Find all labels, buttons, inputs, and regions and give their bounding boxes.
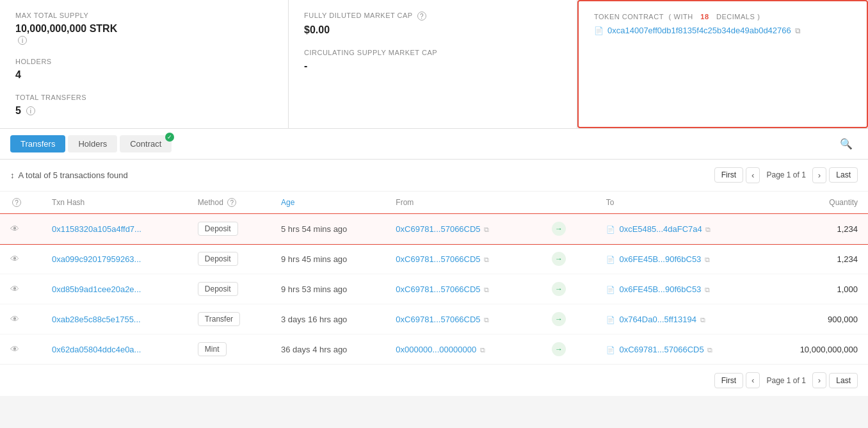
prev-page-btn-top[interactable]: ‹ bbox=[746, 167, 760, 183]
to-cell: 📄 0x764Da0...5ff13194 ⧉ bbox=[596, 304, 764, 334]
col-method: Method ? bbox=[188, 192, 271, 214]
transfers-info-icon[interactable]: i bbox=[26, 106, 35, 115]
eye-cell: 👁 bbox=[0, 244, 42, 274]
top-stats: MAX TOTAL SUPPLY 10,000,000,000 STRK i H… bbox=[0, 0, 868, 129]
copy-from-icon[interactable]: ⧉ bbox=[484, 286, 489, 293]
verified-badge: ✓ bbox=[165, 133, 174, 142]
from-cell: 0xC69781...57066CD5 ⧉ bbox=[385, 274, 536, 304]
fully-diluted-info-icon[interactable]: ? bbox=[417, 12, 426, 21]
eye-icon[interactable]: 👁 bbox=[10, 284, 19, 294]
txhash-cell: 0x62da05804ddc4e0a... bbox=[42, 334, 188, 365]
to-link[interactable]: 0xcE5485...4daFC7a4 bbox=[619, 224, 702, 234]
col-to: To bbox=[596, 192, 764, 214]
arrow-icon: → bbox=[552, 282, 566, 296]
col-quantity: Quantity bbox=[764, 192, 868, 214]
eye-icon[interactable]: 👁 bbox=[10, 314, 19, 324]
from-link[interactable]: 0x000000...00000000 bbox=[396, 345, 476, 354]
tab-transfers[interactable]: Transfers bbox=[10, 135, 65, 152]
to-link[interactable]: 0x6FE45B...90f6bC53 bbox=[619, 254, 701, 264]
from-link[interactable]: 0xC69781...57066CD5 bbox=[396, 224, 480, 234]
age-text: 9 hrs 53 mins ago bbox=[281, 284, 347, 294]
method-badge: Transfer bbox=[198, 312, 240, 326]
from-link[interactable]: 0xC69781...57066CD5 bbox=[396, 315, 480, 324]
method-info-icon[interactable]: ? bbox=[227, 198, 236, 207]
max-supply-label: MAX TOTAL SUPPLY bbox=[15, 12, 273, 19]
tx-count-text: A total of 5 transactions found bbox=[19, 170, 128, 180]
copy-to-icon[interactable]: ⧉ bbox=[700, 316, 705, 324]
txhash-link[interactable]: 0x62da05804ddc4e0a... bbox=[52, 345, 141, 354]
arrow-icon: → bbox=[552, 342, 566, 356]
tab-holders[interactable]: Holders bbox=[68, 135, 117, 152]
first-page-btn-top[interactable]: First bbox=[714, 167, 743, 183]
from-cell: 0xC69781...57066CD5 ⧉ bbox=[385, 304, 536, 334]
contract-icon: 📄 bbox=[606, 286, 615, 293]
arrow-icon: → bbox=[552, 312, 566, 326]
col-age[interactable]: Age bbox=[271, 192, 385, 214]
col-info-icon[interactable]: ? bbox=[12, 198, 21, 207]
arrow-cell: → bbox=[536, 304, 596, 334]
txhash-link[interactable]: 0xab28e5c88c5e1755... bbox=[52, 315, 141, 324]
copy-address-icon[interactable]: ⧉ bbox=[795, 26, 801, 35]
first-page-btn-bottom[interactable]: First bbox=[714, 373, 743, 388]
age-text: 36 days 4 hrs ago bbox=[281, 345, 347, 354]
copy-from-icon[interactable]: ⧉ bbox=[480, 346, 485, 354]
table-header-row: ↕ A total of 5 transactions found First … bbox=[0, 160, 868, 192]
tab-contract[interactable]: Contract ✓ bbox=[120, 135, 172, 152]
copy-from-icon[interactable]: ⧉ bbox=[484, 256, 489, 263]
holders-label: HOLDERS bbox=[15, 58, 273, 65]
to-link[interactable]: 0xC69781...57066CD5 bbox=[619, 345, 703, 354]
fully-diluted-label: FULLY DILUTED MARKET CAP ? bbox=[304, 12, 561, 21]
max-supply-value: 10,000,000,000 STRK bbox=[15, 23, 273, 35]
txhash-link[interactable]: 0xd85b9ad1cee20a2e... bbox=[52, 284, 141, 294]
page-info-top: Page 1 of 1 bbox=[762, 170, 809, 179]
table-row: 👁 0x62da05804ddc4e0a... Mint 36 days 4 h… bbox=[0, 334, 868, 365]
from-link[interactable]: 0xC69781...57066CD5 bbox=[396, 284, 480, 294]
max-supply-info-icon[interactable]: i bbox=[18, 36, 27, 45]
contract-icon: 📄 bbox=[606, 226, 615, 233]
age-cell: 9 hrs 53 mins ago bbox=[271, 274, 385, 304]
from-cell: 0x000000...00000000 ⧉ bbox=[385, 334, 536, 365]
to-cell: 📄 0x6FE45B...90f6bC53 ⧉ bbox=[596, 274, 764, 304]
from-link[interactable]: 0xC69781...57066CD5 bbox=[396, 254, 480, 264]
eye-icon[interactable]: 👁 bbox=[10, 224, 19, 234]
age-text: 5 hrs 54 mins ago bbox=[281, 224, 347, 234]
age-cell: 36 days 4 hrs ago bbox=[271, 334, 385, 365]
copy-to-icon[interactable]: ⧉ bbox=[705, 256, 710, 263]
txhash-link[interactable]: 0x1158320a105a4ffd7... bbox=[52, 224, 141, 234]
last-page-btn-bottom[interactable]: Last bbox=[829, 373, 858, 388]
copy-to-icon[interactable]: ⧉ bbox=[705, 226, 711, 233]
to-link[interactable]: 0x6FE45B...90f6bC53 bbox=[619, 284, 701, 294]
method-cell: Transfer bbox=[188, 304, 271, 334]
arrow-cell: → bbox=[536, 334, 596, 365]
table-row: 👁 0xd85b9ad1cee20a2e... Deposit 9 hrs 53… bbox=[0, 274, 868, 304]
prev-page-btn-bottom[interactable]: ‹ bbox=[746, 372, 760, 388]
to-link[interactable]: 0x764Da0...5ff13194 bbox=[619, 315, 696, 324]
transfers-label: TOTAL TRANSFERS bbox=[15, 94, 273, 101]
transactions-table: ? Txn Hash Method ? Age From To Quantity… bbox=[0, 192, 868, 365]
search-button[interactable]: 🔍 bbox=[835, 135, 858, 152]
eye-cell: 👁 bbox=[0, 304, 42, 334]
table-container: ↕ A total of 5 transactions found First … bbox=[0, 160, 868, 397]
copy-from-icon[interactable]: ⧉ bbox=[484, 226, 489, 233]
copy-to-icon[interactable]: ⧉ bbox=[707, 346, 712, 354]
eye-cell: 👁 bbox=[0, 274, 42, 304]
eye-icon[interactable]: 👁 bbox=[10, 344, 19, 354]
txhash-link[interactable]: 0xa099c92017959263... bbox=[52, 254, 141, 264]
contract-address-link[interactable]: 0xca14007eff0db1f8135f4c25b34de49ab0d427… bbox=[607, 26, 791, 35]
col-info: ? bbox=[0, 192, 42, 214]
tabs-bar: Transfers Holders Contract ✓ 🔍 bbox=[0, 129, 868, 160]
fully-diluted-value: $0.00 bbox=[304, 24, 561, 36]
next-page-btn-top[interactable]: › bbox=[812, 167, 826, 183]
copy-from-icon[interactable]: ⧉ bbox=[484, 316, 489, 324]
last-page-btn-top[interactable]: Last bbox=[829, 167, 858, 183]
from-cell: 0xC69781...57066CD5 ⧉ bbox=[385, 244, 536, 274]
next-page-btn-bottom[interactable]: › bbox=[812, 372, 826, 388]
copy-to-icon[interactable]: ⧉ bbox=[705, 286, 710, 293]
transfers-value: 5 i bbox=[15, 105, 273, 117]
eye-icon[interactable]: 👁 bbox=[10, 254, 19, 264]
market-cap-block: FULLY DILUTED MARKET CAP ? $0.00 CIRCULA… bbox=[289, 0, 577, 128]
method-badge: Deposit bbox=[198, 222, 238, 236]
contract-icon: 📄 bbox=[606, 316, 615, 324]
contract-icon: 📄 bbox=[606, 346, 615, 354]
table-row: 👁 0xab28e5c88c5e1755... Transfer 3 days … bbox=[0, 304, 868, 334]
